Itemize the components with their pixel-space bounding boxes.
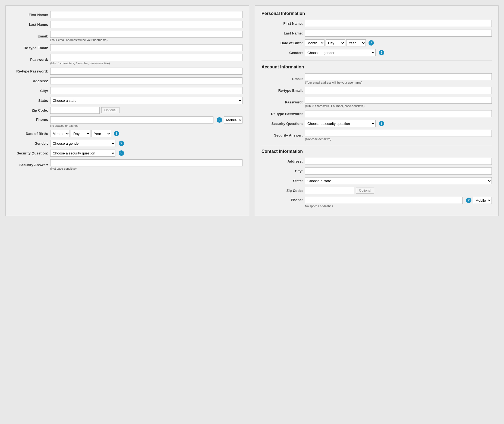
security-q-row: Security Question: Choose a security que… <box>12 150 242 157</box>
r-dob-year-select[interactable]: Year <box>346 39 366 46</box>
account-contact-divider <box>262 145 492 145</box>
r-password-wrap: (Min. 8 characters, 1 number, case-sensi… <box>305 97 492 107</box>
gender-label: Gender: <box>12 141 50 145</box>
r-gender-help-icon[interactable]: ? <box>379 50 384 55</box>
r-security-q-row: Security Question: Choose a security que… <box>262 120 492 127</box>
r-email-label: Email: <box>262 77 305 81</box>
dob-day-select[interactable]: Day <box>71 130 90 137</box>
state-select[interactable]: Choose a state <box>50 97 242 104</box>
phone-input[interactable] <box>50 116 213 124</box>
r-password-input[interactable] <box>305 97 492 104</box>
security-q-wrap: Choose a security question ? <box>50 150 124 157</box>
r-phone-hint: No spaces or dashes <box>305 204 492 208</box>
r-gender-select[interactable]: Choose a gender <box>305 49 376 56</box>
r-phone-help-icon[interactable]: ? <box>466 198 471 203</box>
zip-optional-btn: Optional <box>101 107 119 113</box>
r-password-label: Password: <box>262 100 305 104</box>
state-row: State: Choose a state <box>12 97 242 104</box>
r-address-row: Address: <box>262 158 492 165</box>
phone-help-icon[interactable]: ? <box>217 117 222 123</box>
retype-email-input[interactable] <box>50 44 242 51</box>
r-first-name-wrap <box>305 20 492 27</box>
r-city-row: City: <box>262 167 492 175</box>
email-hint: (Your email address will be your usernam… <box>50 38 242 42</box>
r-security-a-label: Security Answer: <box>262 133 305 137</box>
r-address-wrap <box>305 158 492 165</box>
password-hint: (Min. 8 characters, 1 number, case-sensi… <box>50 62 242 65</box>
first-name-wrap <box>50 11 242 18</box>
r-security-q-help-icon[interactable]: ? <box>379 121 384 126</box>
r-city-label: City: <box>262 169 305 173</box>
r-retype-password-wrap <box>305 110 492 117</box>
retype-password-row: Re-type Password: <box>12 68 242 75</box>
r-security-q-select[interactable]: Choose a security question <box>305 120 376 127</box>
r-email-row: Email: (Your email address will be your … <box>262 73 492 84</box>
r-retype-email-wrap <box>305 87 492 94</box>
retype-email-row: Re-type Email: <box>12 44 242 51</box>
security-q-select[interactable]: Choose a security question <box>50 150 115 157</box>
r-address-input[interactable] <box>305 158 492 165</box>
r-state-select[interactable]: Choose a state <box>305 177 492 184</box>
phone-wrap: ? Mobile No spaces or dashes <box>50 116 242 127</box>
retype-email-label: Re-type Email: <box>12 46 50 50</box>
dob-row: Date of Birth: Month Day Year ? <box>12 130 242 137</box>
phone-label: Phone: <box>12 116 50 122</box>
address-wrap <box>50 77 242 84</box>
contact-section-title: Contact Information <box>262 149 492 154</box>
phone-row: Phone: ? Mobile No spaces or dashes <box>12 116 242 127</box>
r-security-q-wrap: Choose a security question ? <box>305 120 384 127</box>
gender-help-icon[interactable]: ? <box>119 141 124 146</box>
r-address-label: Address: <box>262 159 305 163</box>
r-dob-help-icon[interactable]: ? <box>368 40 374 46</box>
security-a-input[interactable] <box>50 159 242 166</box>
gender-select[interactable]: Choose a gender <box>50 140 115 147</box>
dob-label: Date of Birth: <box>12 132 50 136</box>
last-name-wrap <box>50 21 242 28</box>
r-retype-password-input[interactable] <box>305 110 492 117</box>
address-input[interactable] <box>50 77 242 84</box>
r-password-row: Password: (Min. 8 characters, 1 number, … <box>262 97 492 107</box>
r-retype-email-label: Re-type Email: <box>262 88 305 93</box>
r-phone-wrap: ? Mobile No spaces or dashes <box>305 197 492 208</box>
retype-email-wrap <box>50 44 242 51</box>
phone-type-select[interactable]: Mobile <box>224 116 242 124</box>
city-row: City: <box>12 87 242 94</box>
r-last-name-row: Last Name: <box>262 30 492 37</box>
r-last-name-wrap <box>305 30 492 37</box>
r-first-name-input[interactable] <box>305 20 492 27</box>
r-zip-optional-btn: Optional <box>356 188 374 194</box>
password-input[interactable] <box>50 54 242 61</box>
r-email-input[interactable] <box>305 73 492 80</box>
zip-input[interactable] <box>50 107 100 114</box>
r-last-name-label: Last Name: <box>262 31 305 35</box>
r-dob-day-select[interactable]: Day <box>326 39 345 46</box>
r-gender-wrap: Choose a gender ? <box>305 49 384 56</box>
personal-account-divider <box>262 61 492 61</box>
r-retype-email-input[interactable] <box>305 87 492 94</box>
state-wrap: Choose a state <box>50 97 242 104</box>
r-phone-input[interactable] <box>305 197 463 204</box>
retype-password-input[interactable] <box>50 68 242 75</box>
phone-hint: No spaces or dashes <box>50 124 242 127</box>
first-name-input[interactable] <box>50 11 242 18</box>
r-zip-row: Zip Code: Optional <box>262 187 492 194</box>
email-row: Email: (Your email address will be your … <box>12 31 242 42</box>
r-zip-input[interactable] <box>305 187 354 194</box>
password-label: Password: <box>12 58 50 62</box>
city-input[interactable] <box>50 87 242 94</box>
security-q-help-icon[interactable]: ? <box>119 150 124 156</box>
r-email-wrap: (Your email address will be your usernam… <box>305 73 492 84</box>
r-last-name-input[interactable] <box>305 30 492 37</box>
r-city-input[interactable] <box>305 167 492 175</box>
security-a-label: Security Answer: <box>12 163 50 167</box>
r-security-a-input[interactable] <box>305 130 492 137</box>
zip-label: Zip Code: <box>12 108 50 112</box>
dob-year-select[interactable]: Year <box>92 130 111 137</box>
last-name-input[interactable] <box>50 21 242 28</box>
dob-month-select[interactable]: Month <box>50 130 70 137</box>
r-phone-label: Phone: <box>262 197 305 202</box>
email-input[interactable] <box>50 31 242 38</box>
r-dob-month-select[interactable]: Month <box>305 39 325 46</box>
dob-help-icon[interactable]: ? <box>114 131 119 136</box>
r-phone-type-select[interactable]: Mobile <box>473 197 492 204</box>
